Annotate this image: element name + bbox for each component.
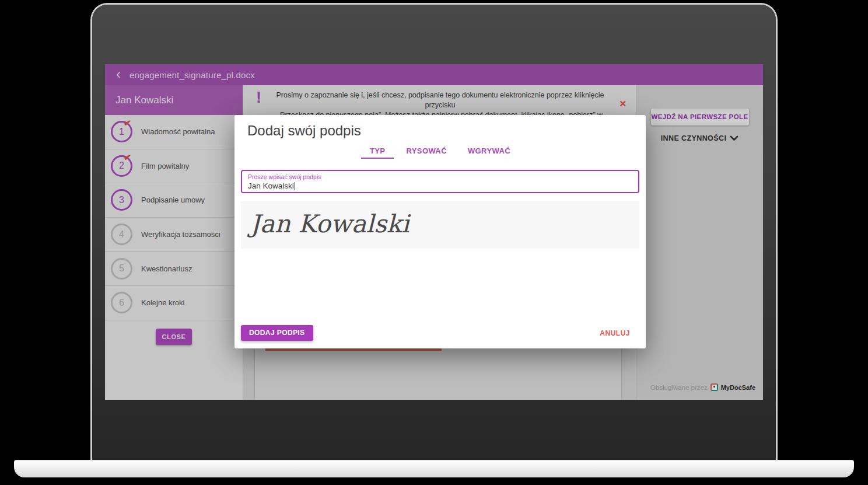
signature-preview: Jan Kowalski <box>241 201 639 249</box>
tab-rysowac[interactable]: RYSOWAĆ <box>397 144 456 159</box>
add-signature-button[interactable]: DODAJ PODPIS <box>241 325 313 341</box>
input-value: Jan Kowalski <box>248 182 295 190</box>
tab-wgrywac[interactable]: WGRYWAĆ <box>459 144 519 159</box>
text-caret <box>295 182 296 190</box>
cancel-button[interactable]: ANULUJ <box>600 329 630 337</box>
tab-typ[interactable]: TYP <box>361 144 394 159</box>
signature-tabs: TYP RYSOWAĆ WGRYWAĆ <box>235 144 646 159</box>
app-screen: ‹ engagement_signature_pl.docx Jan Kowal… <box>105 64 763 400</box>
add-signature-dialog: Dodaj swój podpis TYP RYSOWAĆ WGRYWAĆ Pr… <box>235 115 646 348</box>
signature-text-input[interactable]: Proszę wpisać swój podpis Jan Kowalski <box>241 170 639 193</box>
signature-preview-text: Jan Kowalski <box>241 201 639 247</box>
laptop-base <box>14 460 854 477</box>
input-label: Proszę wpisać swój podpis <box>248 173 321 180</box>
dialog-title: Dodaj swój podpis <box>247 123 361 139</box>
